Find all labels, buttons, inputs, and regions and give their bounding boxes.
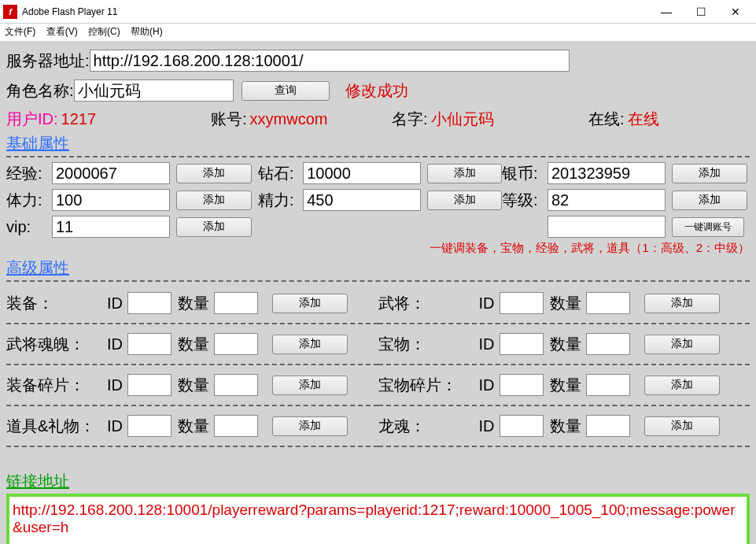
diamond-add-button[interactable]: 添加: [427, 164, 502, 183]
onekey-button[interactable]: 一键调账号: [672, 217, 744, 237]
equip-id-input[interactable]: [127, 292, 171, 314]
vip-input[interactable]: [52, 216, 170, 238]
link-text: http://192.168.200.128:10001/playerrewar…: [13, 501, 743, 536]
name-value: 小仙元码: [431, 109, 494, 130]
userid-value: 1217: [61, 110, 97, 128]
soul-id-input[interactable]: [127, 333, 171, 355]
section-adv-title: 高级属性: [6, 259, 69, 276]
soul-qty-input[interactable]: [214, 333, 258, 355]
section-base-title: 基础属性: [6, 135, 69, 152]
treasure-frag-add-button[interactable]: 添加: [644, 376, 720, 395]
soul-add-button[interactable]: 添加: [272, 335, 348, 354]
silver-label: 银币:: [502, 163, 548, 184]
level-add-button[interactable]: 添加: [672, 191, 747, 210]
item-qty-input[interactable]: [214, 415, 258, 437]
account-value: xxymwcom: [250, 110, 328, 128]
diamond-input[interactable]: [303, 162, 421, 184]
diamond-label: 钻石:: [258, 163, 303, 184]
exp-input[interactable]: [52, 162, 170, 184]
exp-label: 经验:: [6, 163, 52, 184]
menu-file[interactable]: 文件(F): [5, 26, 35, 37]
general-qty-input[interactable]: [586, 292, 630, 314]
userid-label: 用户ID:: [6, 109, 58, 130]
equip-add-button[interactable]: 添加: [272, 294, 348, 313]
query-button[interactable]: 查询: [242, 81, 330, 101]
divider: [6, 156, 750, 157]
treasure-frag-qty-input[interactable]: [586, 374, 630, 396]
treasure-qty-input[interactable]: [586, 333, 630, 355]
account-label: 账号:: [211, 109, 247, 130]
vip-label: vip:: [6, 218, 52, 236]
item-label: 道具&礼物：: [6, 416, 107, 437]
maximize-button[interactable]: ☐: [684, 1, 718, 23]
energy-add-button[interactable]: 添加: [427, 191, 502, 210]
onekey-input[interactable]: [548, 216, 666, 238]
menu-view[interactable]: 查看(V): [46, 26, 78, 37]
level-label: 等级:: [502, 190, 548, 211]
equip-frag-qty-input[interactable]: [214, 374, 258, 396]
menubar: 文件(F) 查看(V) 控制(C) 帮助(H): [0, 24, 756, 41]
dragon-add-button[interactable]: 添加: [644, 416, 720, 436]
online-label: 在线:: [588, 109, 625, 130]
stamina-label: 体力:: [6, 190, 52, 211]
general-add-button[interactable]: 添加: [644, 294, 720, 313]
menu-control[interactable]: 控制(C): [88, 26, 120, 37]
dragon-qty-input[interactable]: [586, 415, 630, 437]
name-label: 名字:: [392, 109, 428, 130]
general-label: 武将：: [378, 293, 479, 314]
equip-frag-id-input[interactable]: [127, 374, 171, 396]
vip-add-button[interactable]: 添加: [176, 217, 252, 237]
server-label: 服务器地址:: [6, 50, 90, 72]
silver-input[interactable]: [548, 162, 666, 184]
level-input[interactable]: [548, 189, 666, 211]
treasure-frag-id-input[interactable]: [500, 374, 544, 396]
status-message: 修改成功: [345, 80, 408, 102]
equip-label: 装备：: [6, 293, 107, 314]
energy-label: 精力:: [258, 190, 303, 211]
close-button[interactable]: ✕: [718, 1, 753, 23]
soul-label: 武将魂魄：: [6, 334, 107, 355]
exp-add-button[interactable]: 添加: [176, 164, 252, 183]
link-box: http://192.168.200.128:10001/playerrewar…: [6, 494, 750, 544]
item-add-button[interactable]: 添加: [272, 416, 348, 436]
energy-input[interactable]: [303, 189, 421, 211]
minimize-button[interactable]: —: [649, 1, 684, 23]
dragon-label: 龙魂：: [378, 416, 479, 437]
section-link-title: 链接地址: [6, 472, 69, 490]
titlebar: f Adobe Flash Player 11 — ☐ ✕: [0, 0, 756, 24]
stamina-add-button[interactable]: 添加: [176, 191, 252, 210]
treasure-add-button[interactable]: 添加: [644, 335, 720, 354]
menu-help[interactable]: 帮助(H): [131, 26, 163, 37]
divider: [6, 280, 750, 282]
id-label: ID: [107, 294, 123, 313]
treasure-id-input[interactable]: [500, 333, 544, 355]
silver-add-button[interactable]: 添加: [672, 164, 747, 183]
online-value: 在线: [628, 109, 659, 130]
item-id-input[interactable]: [127, 415, 171, 437]
window-title: Adobe Flash Player 11: [22, 6, 649, 17]
flash-icon: f: [3, 5, 17, 19]
equip-qty-input[interactable]: [214, 292, 258, 314]
dragon-id-input[interactable]: [500, 415, 544, 437]
treasure-label: 宝物：: [378, 334, 479, 355]
treasure-frag-label: 宝物碎片：: [378, 375, 479, 396]
role-name-input[interactable]: [74, 80, 234, 102]
onekey-note: 一键调装备，宝物，经验，武将，道具（1：高级、2：中级）: [6, 241, 750, 256]
role-label: 角色名称:: [6, 80, 74, 102]
equip-frag-label: 装备碎片：: [6, 375, 107, 396]
equip-frag-add-button[interactable]: 添加: [272, 376, 348, 395]
general-id-input[interactable]: [500, 292, 544, 314]
qty-label: 数量: [178, 293, 209, 314]
server-url-input[interactable]: [90, 50, 570, 72]
stamina-input[interactable]: [52, 189, 170, 211]
